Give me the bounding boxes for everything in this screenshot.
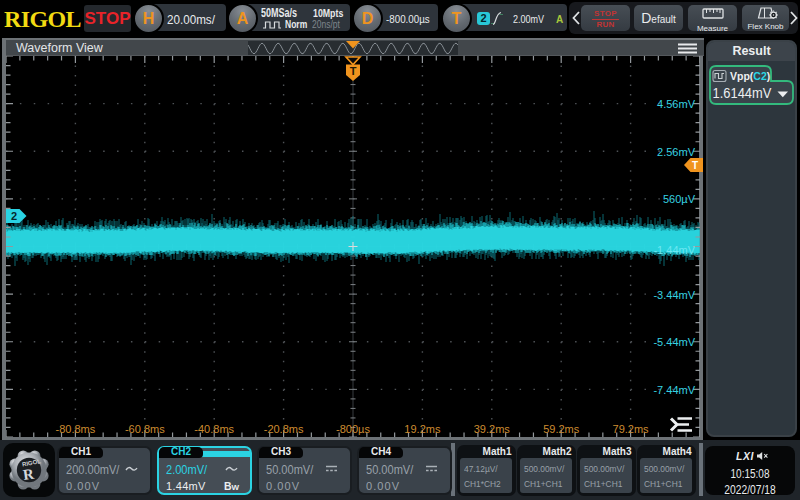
svg-text:Vpp(C2): Vpp(C2) [730,70,770,82]
svg-text:1.6144mV: 1.6144mV [713,86,772,102]
svg-text:2: 2 [11,210,17,222]
svg-text:T: T [692,160,698,171]
svg-text:T: T [350,65,357,77]
